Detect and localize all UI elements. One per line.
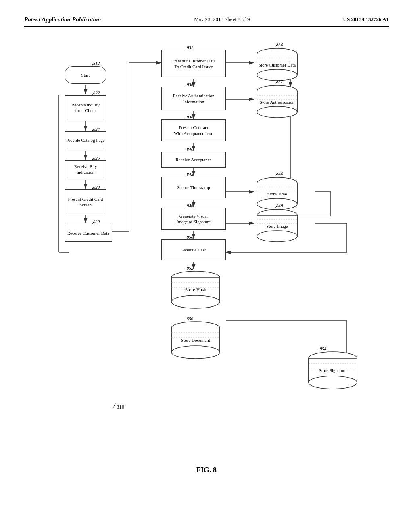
figure-caption: FIG. 8 [24,466,389,474]
svg-point-82 [171,346,220,359]
node-837: Store Authorization [255,84,299,120]
label-838: ,838 [186,114,193,119]
label-836: ,836 [186,82,193,87]
label-842: ,842 [186,172,193,177]
node-838: Present Contract With Acceptance Icon [161,119,226,141]
label-828: ,828 [92,185,100,189]
header-date-sheet: May 23, 2013 Sheet 8 of 9 [194,16,250,23]
node-840: Receive Acceptance [161,152,226,168]
node-834: Store Customer Data [255,47,299,83]
node-852: Store Hash [169,270,222,311]
label-837: ,837 [275,79,283,84]
node-846: Generate Visual Image of Signature [161,208,226,230]
node-848: Store Image [255,208,299,244]
label-850: ,850 [186,235,193,239]
page-header: Patent Application Publication May 23, 2… [24,16,389,27]
node-826: Receive Buy Indication [65,160,106,178]
label-848: ,848 [275,203,283,208]
label-824: ,824 [92,127,100,131]
label-834: ,834 [275,42,283,47]
svg-point-68 [171,295,220,308]
node-824: Provide Catalog Page [65,131,106,149]
svg-point-61 [257,231,297,242]
svg-point-47 [257,106,297,118]
label-854: ,854 [319,346,326,351]
label-856: ,856 [186,316,193,321]
label-830: ,830 [92,219,100,224]
node-830: Receive Customer Data [65,224,112,242]
page: Patent Application Publication May 23, 2… [0,0,413,532]
node-854: Store Signature [307,351,359,391]
node-836: Receive Authentication Information [161,87,226,110]
label-826: ,826 [92,156,100,160]
svg-point-75 [309,376,357,389]
label-852: ,852 [186,266,193,270]
label-840: ,840 [186,147,193,152]
node-856: Store Document [169,321,222,361]
node-842: Secure Timestamp [161,177,226,198]
label-822: ,822 [92,90,100,95]
node-822: Receive inquiry from Client [65,95,106,120]
label-812: ,812 [92,61,100,66]
node-828: Present Credit Card Screen [65,189,106,214]
header-patent-number: US 2013/0132726 A1 [343,16,389,23]
bottom-label-810: / 810 [113,401,124,411]
header-title: Patent Application Publication [24,16,101,23]
node-832: Transmit Customer Data To Credit Card Is… [161,50,226,77]
label-846: ,846 [186,203,193,208]
node-start: Start [65,66,106,84]
label-844: ,844 [275,171,283,176]
diagram-area: Start ,812 Receive inquiry from Client ,… [24,39,389,462]
node-850: Generate Hash [161,239,226,260]
label-832: ,832 [186,45,193,50]
